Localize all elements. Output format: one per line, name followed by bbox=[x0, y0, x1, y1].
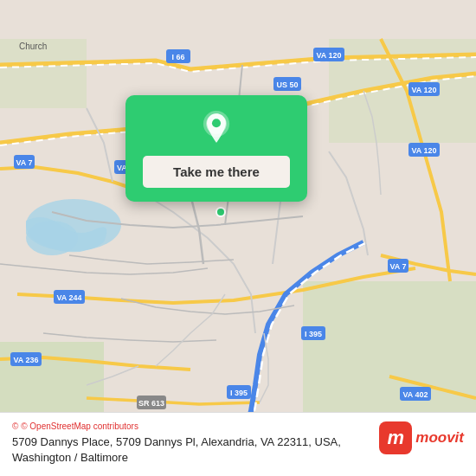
osm-credit: © © OpenStreetMap contributors bbox=[12, 421, 369, 431]
svg-text:I 66: I 66 bbox=[171, 53, 184, 61]
svg-point-43 bbox=[212, 119, 221, 127]
svg-text:VA 7: VA 7 bbox=[389, 262, 406, 271]
moovit-logo-text: moovit bbox=[415, 429, 464, 447]
svg-text:SR 613: SR 613 bbox=[138, 399, 164, 408]
svg-text:I 395: I 395 bbox=[305, 330, 322, 338]
svg-text:VA 244: VA 244 bbox=[56, 293, 81, 302]
svg-text:VA 236: VA 236 bbox=[13, 356, 38, 364]
moovit-letter: m bbox=[387, 427, 404, 449]
svg-text:US 50: US 50 bbox=[276, 80, 298, 89]
popup-card: Take me there bbox=[125, 95, 307, 202]
svg-text:VA 120: VA 120 bbox=[411, 86, 436, 94]
svg-point-40 bbox=[216, 208, 225, 216]
bottom-bar-info: © © OpenStreetMap contributors 5709 Dann… bbox=[12, 421, 369, 466]
bottom-bar: © © OpenStreetMap contributors 5709 Dann… bbox=[0, 412, 476, 476]
osm-text: © OpenStreetMap contributors bbox=[21, 421, 138, 431]
moovit-logo: m moovit bbox=[379, 421, 464, 454]
svg-text:I 395: I 395 bbox=[230, 389, 248, 397]
map-container: I 66 VA 120 VA 120 VA 120 US 50 US 50 VA… bbox=[0, 0, 476, 476]
moovit-logo-icon: m bbox=[379, 421, 412, 454]
svg-text:Church: Church bbox=[19, 42, 47, 51]
svg-text:VA 120: VA 120 bbox=[316, 51, 341, 60]
address-text: 5709 Dannys Place, 5709 Dannys Pl, Alexa… bbox=[12, 434, 369, 466]
copyright-symbol: © bbox=[12, 421, 18, 431]
map-svg: I 66 VA 120 VA 120 VA 120 US 50 US 50 VA… bbox=[0, 0, 476, 476]
svg-text:VA 402: VA 402 bbox=[402, 390, 428, 399]
svg-text:VA 7: VA 7 bbox=[16, 158, 32, 167]
location-pin-icon bbox=[198, 111, 235, 147]
svg-text:VA 120: VA 120 bbox=[411, 146, 436, 155]
take-me-there-button[interactable]: Take me there bbox=[143, 156, 290, 188]
